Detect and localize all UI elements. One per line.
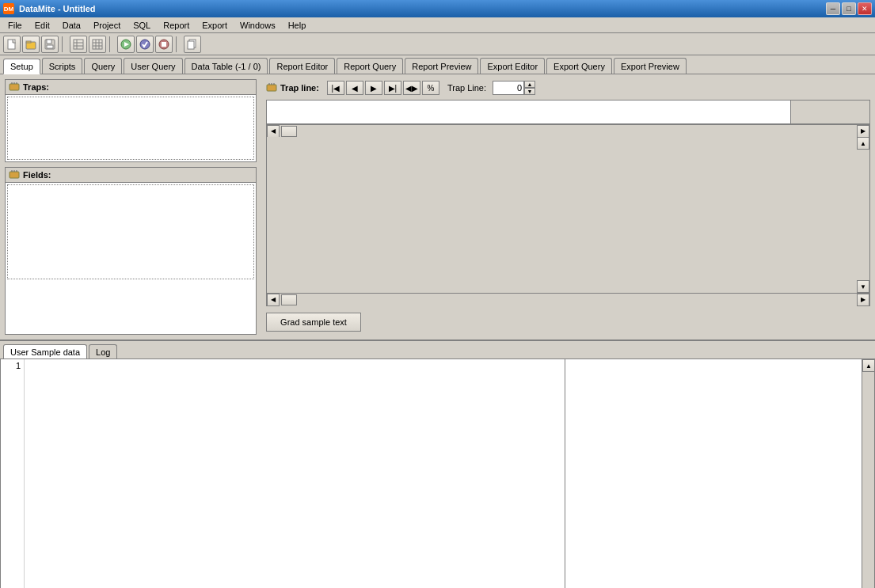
- menu-project[interactable]: Project: [87, 17, 127, 32]
- tab-query[interactable]: Query: [84, 58, 122, 74]
- grad-btn-container: Grad sample text: [266, 309, 870, 335]
- toolbar-separator-1: [62, 36, 67, 52]
- svg-rect-2: [26, 41, 31, 43]
- traps-header: Traps:: [6, 80, 256, 95]
- menu-sql[interactable]: SQL: [127, 17, 157, 32]
- stop-button[interactable]: [155, 36, 173, 53]
- trap-line-text: Trap line:: [280, 83, 319, 93]
- trap-next-button[interactable]: ▶: [365, 81, 382, 95]
- tab-bar: Setup Scripts Query User Query Data Tabl…: [0, 55, 875, 74]
- scroll-v-track: [857, 150, 869, 280]
- tab-user-query[interactable]: User Query: [124, 58, 182, 74]
- check-button[interactable]: [136, 36, 154, 53]
- minimize-button[interactable]: ─: [826, 2, 840, 15]
- open-button[interactable]: [22, 36, 40, 53]
- menu-data[interactable]: Data: [56, 17, 87, 32]
- maximize-button[interactable]: □: [842, 2, 856, 15]
- editor-scrollbar-v: ▲ ▼: [857, 137, 869, 293]
- scroll-down-button[interactable]: ▼: [857, 280, 869, 293]
- editor-top: [267, 101, 869, 124]
- toolbar-grid1-button[interactable]: [70, 36, 87, 53]
- line-numbers: 1: [1, 359, 25, 588]
- editor-area: ◀ ▶ ▲ ▼ ◀: [266, 100, 870, 306]
- menu-bar: File Edit Data Project SQL Report Export…: [0, 17, 875, 33]
- tab-scripts[interactable]: Scripts: [42, 58, 83, 74]
- tab-export-editor[interactable]: Export Editor: [480, 58, 545, 74]
- toolbar-grid2-button[interactable]: [89, 36, 106, 53]
- run-button[interactable]: [117, 36, 135, 53]
- main-content: Traps: Fields: Trap line:: [0, 74, 875, 340]
- traps-content: [7, 97, 254, 160]
- window-title: DataMite - Untitled: [19, 4, 96, 13]
- svg-rect-21: [188, 41, 194, 49]
- menu-file[interactable]: File: [2, 17, 29, 32]
- bottom-tab-bar: User Sample data Log: [0, 341, 875, 358]
- save-button[interactable]: [41, 36, 59, 53]
- tab-report-preview[interactable]: Report Preview: [405, 58, 478, 74]
- tab-report-query[interactable]: Report Query: [337, 58, 403, 74]
- trap-first-button[interactable]: |◀: [327, 81, 344, 95]
- tab-data-table[interactable]: Data Table (-1 / 0): [185, 58, 268, 74]
- grad-sample-button[interactable]: Grad sample text: [266, 313, 361, 332]
- scroll-left2-button[interactable]: ◀: [267, 294, 280, 306]
- scroll-h-thumb[interactable]: [281, 126, 297, 137]
- trap-prev-button[interactable]: ◀: [346, 81, 363, 95]
- left-panel: Traps: Fields:: [0, 74, 261, 340]
- scroll-h-track2: [280, 294, 857, 306]
- spin-up-button[interactable]: ▲: [524, 81, 535, 88]
- fields-icon: [9, 169, 20, 180]
- scroll-right2-button[interactable]: ▶: [857, 294, 869, 306]
- spin-down-button[interactable]: ▼: [524, 88, 535, 95]
- bottom-text-area[interactable]: [25, 359, 565, 588]
- menu-edit[interactable]: Edit: [29, 17, 56, 32]
- svg-rect-30: [267, 85, 276, 91]
- close-button[interactable]: ✕: [858, 2, 872, 15]
- trap-line-icon: [266, 82, 277, 93]
- bottom-scroll-v-track: [862, 372, 874, 588]
- traps-section: Traps:: [5, 79, 257, 162]
- trap-line-area: Trap line: |◀ ◀ ▶ ▶| ◀▶ % Trap Line: ▲ ▼: [266, 79, 870, 97]
- scroll-h-thumb2[interactable]: [281, 294, 297, 305]
- bottom-tab-user-sample[interactable]: User Sample data: [3, 344, 87, 358]
- menu-windows[interactable]: Windows: [234, 17, 282, 32]
- menu-export[interactable]: Export: [196, 17, 234, 32]
- toolbar-separator-2: [109, 36, 114, 52]
- trap-unknown-button[interactable]: ◀▶: [403, 81, 420, 95]
- copy-doc-button[interactable]: [184, 36, 201, 53]
- traps-label: Traps:: [23, 82, 49, 92]
- editor-top-left: [267, 101, 790, 123]
- trap-percent-button[interactable]: %: [422, 81, 439, 95]
- top-scrollbar-h: ◀ ▶: [267, 124, 869, 137]
- fields-content: [7, 184, 254, 279]
- fields-section: Fields:: [5, 167, 257, 335]
- title-bar-left: DM DataMite - Untitled: [3, 3, 96, 14]
- trap-line-input[interactable]: [493, 81, 524, 95]
- editor-textarea[interactable]: [267, 137, 396, 164]
- bottom-content: 1 ▲ ▼ ◀ ▶: [0, 358, 875, 588]
- title-bar: DM DataMite - Untitled ─ □ ✕: [0, 0, 875, 17]
- app-icon: DM: [3, 3, 14, 14]
- editor-main: ▲ ▼: [267, 137, 869, 293]
- trap-line-spinbox: ▲ ▼: [493, 81, 535, 95]
- trap-nav-buttons: |◀ ◀ ▶ ▶| ◀▶ %: [327, 81, 439, 95]
- tab-setup[interactable]: Setup: [3, 59, 40, 74]
- tab-report-editor[interactable]: Report Editor: [269, 58, 335, 74]
- trap-spin-container: ▲ ▼: [524, 81, 535, 95]
- trap-line-label: Trap line:: [266, 82, 319, 93]
- svg-rect-5: [47, 45, 53, 48]
- bottom-scrollbar-h: ◀ ▶: [267, 293, 869, 305]
- line-number-1: 1: [4, 361, 21, 370]
- menu-help[interactable]: Help: [282, 17, 313, 32]
- svg-rect-6: [74, 40, 83, 49]
- menu-report[interactable]: Report: [157, 17, 196, 32]
- bottom-tab-log[interactable]: Log: [89, 344, 117, 358]
- scroll-left-button[interactable]: ◀: [267, 125, 280, 138]
- bottom-scroll-up-button[interactable]: ▲: [862, 359, 875, 372]
- scroll-up-button[interactable]: ▲: [857, 137, 869, 150]
- new-button[interactable]: [3, 36, 21, 53]
- trap-last-button[interactable]: ▶|: [384, 81, 401, 95]
- tab-export-query[interactable]: Export Query: [546, 58, 612, 74]
- tab-export-preview[interactable]: Export Preview: [614, 58, 687, 74]
- scroll-right-button[interactable]: ▶: [857, 125, 869, 138]
- fields-header: Fields:: [6, 168, 256, 183]
